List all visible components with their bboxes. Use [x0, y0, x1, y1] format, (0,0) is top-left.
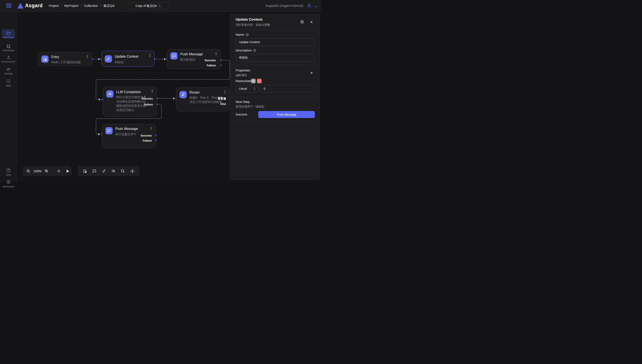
panel-title: Update Context — [236, 18, 263, 22]
hamburger-menu-icon[interactable] — [6, 4, 12, 8]
add-llm-node-icon[interactable] — [111, 169, 116, 173]
description-field-label: Description — [236, 48, 256, 52]
save-icon[interactable] — [300, 20, 304, 24]
top-bar: Asgard Project / MyProject / Collection … — [0, 0, 321, 12]
node-subtitle: 顯示歡迎詞 — [180, 58, 195, 62]
node-push-message-welcome[interactable]: Push Message 顯示歡迎詞 ⋮ Success Failure — [167, 49, 221, 69]
close-icon[interactable]: ✕ — [310, 20, 313, 24]
chevron-updown-icon — [159, 4, 161, 7]
next-step-target-button[interactable]: Push Message — [258, 111, 315, 118]
output-port-label[interactable]: Failure — [144, 103, 153, 106]
sliders-icon — [6, 67, 11, 72]
node-title: LLM Completion — [116, 90, 141, 94]
edit-property-button[interactable] — [251, 79, 256, 83]
properties-section-subtitle: 編輯屬性 — [236, 73, 247, 77]
upload-icon — [7, 55, 11, 60]
node-subtitle: 表示流量控管中 — [115, 132, 136, 136]
node-title: Router — [189, 90, 200, 94]
apps-grid-icon — [7, 79, 11, 83]
sidebar-item-help[interactable]: Help — [0, 168, 17, 176]
sidebar-item-environment[interactable]: Environment — [0, 55, 17, 63]
user-avatar-icon[interactable] — [307, 4, 312, 9]
workflow-version-select[interactable]: Copy of 飯店QA — [128, 2, 168, 9]
zoom-in-button[interactable] — [45, 169, 49, 173]
chevron-down-icon[interactable] — [315, 5, 318, 8]
node-subtitle: 初始化 — [115, 60, 124, 64]
chevron-updown-icon — [253, 87, 256, 90]
search-icon[interactable] — [121, 169, 125, 173]
node-config-panel: Update Context 用於更新內容，初始化變數 ✕ Name Descr… — [230, 14, 320, 180]
property-type-select[interactable]: Literal — [236, 85, 259, 92]
breadcrumb-project[interactable]: Project — [49, 4, 59, 8]
name-input[interactable] — [236, 38, 314, 46]
asgard-logo-icon — [18, 3, 24, 8]
book-icon — [7, 44, 11, 48]
next-step-section-subtitle: 新增或選擇下一個節點 — [236, 105, 264, 109]
push-message-node-icon — [105, 127, 113, 134]
account-name: AsgardAI (Asgard Internal) — [266, 4, 303, 8]
remove-property-button[interactable]: – — [257, 79, 262, 83]
node-title: Update Context — [115, 55, 138, 58]
breadcrumb-collection[interactable]: Collection — [84, 4, 98, 8]
router-node-icon — [179, 91, 187, 98]
sidebar-item-knowledge[interactable]: Knowledge — [0, 44, 17, 52]
sidebar-item-settings[interactable]: Settings — [0, 67, 17, 75]
node-update-context[interactable]: Update Context 初始化 ⋮ — [101, 51, 154, 67]
output-port-label[interactable]: Failure — [143, 139, 152, 142]
node-menu-button[interactable]: ⋮ — [150, 90, 154, 93]
update-context-node-icon — [105, 55, 112, 62]
zoom-out-button[interactable] — [26, 169, 31, 173]
node-menu-button[interactable]: ⋮ — [148, 54, 152, 57]
next-step-section-title: Next Step — [236, 100, 250, 104]
info-icon — [253, 49, 256, 52]
panel-subtitle: 用於更新內容，初始化變數 — [236, 23, 270, 27]
sidebar-item-workspace[interactable]: Workspace — [0, 180, 17, 182]
node-palette-toolbar — [78, 166, 139, 176]
add-node-button[interactable] — [57, 169, 61, 173]
node-title: Push Message — [180, 52, 203, 56]
output-port-label[interactable]: Failure — [207, 64, 216, 67]
node-entry[interactable]: Entry Node: 工作流程的起點 ⋮ — [38, 52, 92, 66]
property-name: historyStart — [236, 79, 251, 83]
output-port-label[interactable]: Success — [142, 97, 153, 100]
add-property-button[interactable]: + — [310, 70, 313, 76]
pan-move-icon[interactable] — [130, 169, 135, 174]
breadcrumb-workflow[interactable]: 飯店QA — [104, 4, 115, 8]
node-menu-button[interactable]: ⋮ — [149, 127, 153, 130]
panel-divider — [230, 65, 320, 65]
push-message-node-icon — [170, 52, 177, 60]
description-input[interactable] — [236, 54, 314, 62]
property-value-input[interactable] — [260, 85, 315, 92]
add-update-context-node-icon[interactable] — [102, 169, 106, 173]
node-push-message-flow[interactable]: Push Message 表示流量控管中 ⋮ Success Failure — [102, 124, 156, 148]
brand-name: Asgard — [25, 3, 43, 8]
output-port-label[interactable]: Else — [220, 102, 226, 106]
sidebar-item-apps[interactable]: Apps — [0, 79, 17, 87]
properties-section-title: Properties — [236, 68, 250, 72]
node-menu-button[interactable]: ⋮ — [223, 90, 227, 94]
output-port-label[interactable]: Success — [140, 134, 152, 137]
output-port-label[interactable]: Success — [204, 59, 216, 62]
node-router[interactable]: Router 依據If、Else If、Else條件決定工作流程執行的路徑 ⋮ … — [176, 88, 230, 112]
zoom-level: 100% — [34, 169, 42, 173]
sidebar: Workflows Knowledge Environment Settings… — [0, 12, 17, 182]
breadcrumb: Project / MyProject / Collection / 飯店QA — [49, 4, 115, 8]
name-field-label: Name — [236, 33, 249, 36]
add-entry-node-icon[interactable] — [83, 169, 87, 173]
run-workflow-button[interactable] — [66, 169, 70, 173]
workflow-version-value: Copy of 飯店QA — [136, 4, 157, 8]
zoom-toolbar: 100% — [23, 166, 72, 176]
llm-node-icon — [106, 90, 113, 98]
panel-divider — [230, 30, 320, 30]
breadcrumb-myproject[interactable]: MyProject — [64, 4, 79, 8]
node-llm-completion[interactable]: LLM Completion 呼叫大型語言模型並產生結構化的資料輸出以輔助流程的… — [103, 87, 157, 116]
node-subtitle: Node: 工作流程的起點 — [51, 60, 81, 64]
add-push-message-node-icon[interactable] — [92, 169, 97, 173]
node-menu-button[interactable]: ⋮ — [86, 55, 89, 58]
sidebar-item-workflows[interactable]: Workflows — [0, 31, 17, 38]
node-menu-button[interactable]: ⋮ — [214, 52, 218, 55]
output-port-label[interactable]: 是客服 — [218, 97, 226, 100]
info-icon — [246, 33, 249, 36]
panel-divider — [230, 97, 320, 98]
gear-icon — [6, 180, 11, 182]
